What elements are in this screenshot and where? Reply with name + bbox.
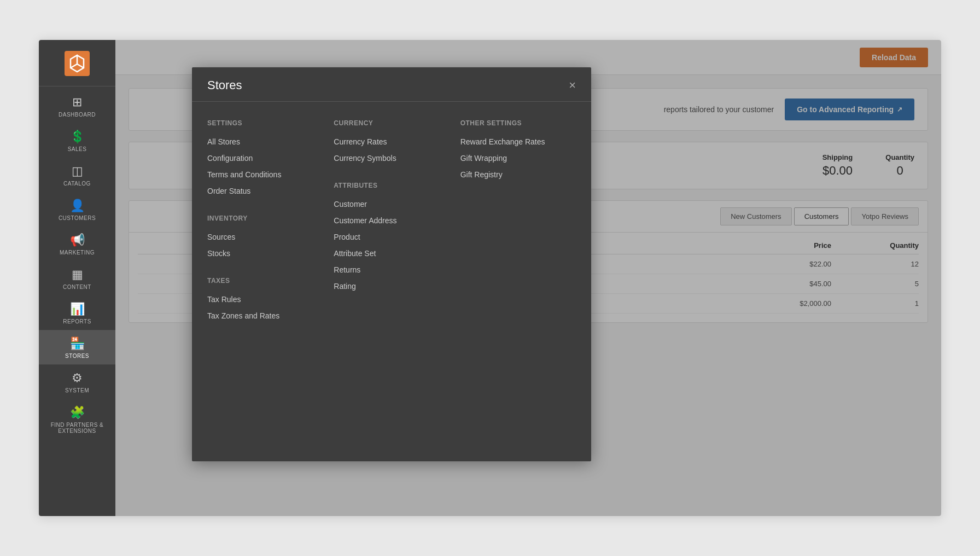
- sidebar-item-catalog[interactable]: ◫ CATALOG: [39, 158, 115, 192]
- menu-item-tax-rules[interactable]: Tax Rules: [207, 291, 323, 308]
- marketing-icon: 📢: [70, 233, 85, 247]
- menu-item-customer-address[interactable]: Customer Address: [334, 212, 449, 229]
- menu-item-reward-exchange[interactable]: Reward Exchange Rates: [460, 134, 576, 150]
- dashboard-icon: ⊞: [72, 95, 82, 109]
- menu-item-order-status[interactable]: Order Status: [207, 183, 323, 199]
- stores-icon: 🏪: [70, 337, 85, 351]
- menu-item-sources[interactable]: Sources: [207, 229, 323, 245]
- menu-item-stocks[interactable]: Stocks: [207, 245, 323, 262]
- sidebar-item-reports[interactable]: 📊 REPORTS: [39, 296, 115, 330]
- sidebar-item-label: CONTENT: [63, 284, 91, 290]
- menu-item-gift-wrapping[interactable]: Gift Wrapping: [460, 150, 576, 166]
- extensions-icon: 🧩: [70, 406, 85, 420]
- menu-item-tax-zones[interactable]: Tax Zones and Rates: [207, 308, 323, 324]
- sidebar-item-system[interactable]: ⚙ SYSTEM: [39, 364, 115, 399]
- app-container: ⊞ DASHBOARD 💲 SALES ◫ CATALOG 👤 CUSTOMER…: [39, 40, 941, 516]
- menu-item-all-stores[interactable]: All Stores: [207, 134, 323, 150]
- modal-column-1: Settings All Stores Configuration Terms …: [207, 115, 334, 444]
- menu-item-attribute-set[interactable]: Attribute Set: [334, 245, 449, 262]
- sidebar-item-marketing[interactable]: 📢 MARKETING: [39, 227, 115, 261]
- modal-title: Stores: [207, 78, 242, 92]
- sidebar-item-label: DASHBOARD: [59, 112, 96, 118]
- sidebar-item-label: SYSTEM: [65, 387, 89, 393]
- modal-column-2: Currency Currency Rates Currency Symbols…: [334, 115, 460, 444]
- sidebar-item-label: STORES: [65, 353, 89, 359]
- sales-icon: 💲: [70, 130, 85, 144]
- sidebar-item-label: SALES: [68, 146, 87, 152]
- menu-item-currency-symbols[interactable]: Currency Symbols: [334, 150, 449, 166]
- reports-icon: 📊: [70, 302, 85, 316]
- section-title-other-settings: Other Settings: [460, 119, 576, 127]
- sidebar-item-dashboard[interactable]: ⊞ DASHBOARD: [39, 89, 115, 123]
- sidebar-item-label: MARKETING: [60, 250, 95, 256]
- catalog-icon: ◫: [72, 164, 83, 178]
- sidebar-item-sales[interactable]: 💲 SALES: [39, 123, 115, 158]
- menu-item-configuration[interactable]: Configuration: [207, 150, 323, 166]
- system-icon: ⚙: [72, 371, 83, 385]
- sidebar-logo: [39, 40, 115, 86]
- main-content: Reload Data reports tailored to your cus…: [115, 40, 941, 516]
- sidebar-item-extensions[interactable]: 🧩 FIND PARTNERS & EXTENSIONS: [39, 399, 115, 439]
- sidebar-item-label: REPORTS: [63, 318, 91, 325]
- sidebar-item-label: CATALOG: [63, 181, 91, 187]
- content-icon: ▦: [72, 268, 83, 282]
- sidebar-item-content[interactable]: ▦ CONTENT: [39, 261, 115, 296]
- menu-item-currency-rates[interactable]: Currency Rates: [334, 134, 449, 150]
- menu-item-rating[interactable]: Rating: [334, 278, 449, 294]
- section-title-settings: Settings: [207, 119, 323, 127]
- section-title-attributes: Attributes: [334, 182, 449, 189]
- sidebar-item-label: CUSTOMERS: [59, 215, 96, 221]
- menu-item-product[interactable]: Product: [334, 229, 449, 245]
- modal-column-3: Other Settings Reward Exchange Rates Gif…: [460, 115, 576, 444]
- menu-item-terms[interactable]: Terms and Conditions: [207, 166, 323, 183]
- customers-icon: 👤: [70, 199, 85, 213]
- menu-item-gift-registry[interactable]: Gift Registry: [460, 166, 576, 183]
- section-title-taxes: Taxes: [207, 277, 323, 285]
- sidebar-item-stores[interactable]: 🏪 STORES: [39, 330, 115, 364]
- sidebar-item-label: FIND PARTNERS & EXTENSIONS: [43, 422, 111, 434]
- section-title-inventory: Inventory: [207, 215, 323, 222]
- sidebar: ⊞ DASHBOARD 💲 SALES ◫ CATALOG 👤 CUSTOMER…: [39, 40, 115, 516]
- menu-item-customer[interactable]: Customer: [334, 196, 449, 212]
- modal-close-button[interactable]: ×: [569, 79, 576, 91]
- modal-body: Settings All Stores Configuration Terms …: [192, 102, 591, 457]
- menu-item-returns[interactable]: Returns: [334, 262, 449, 278]
- sidebar-item-customers[interactable]: 👤 CUSTOMERS: [39, 192, 115, 227]
- section-title-currency: Currency: [334, 119, 449, 127]
- stores-modal: Stores × Settings All Stores Configurati…: [192, 67, 591, 461]
- modal-header: Stores ×: [192, 67, 591, 102]
